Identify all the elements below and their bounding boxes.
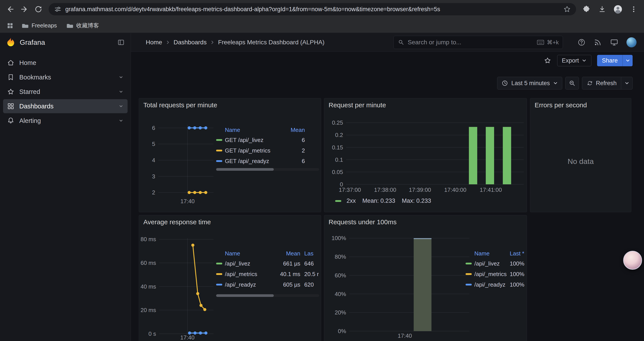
refresh-button[interactable]: Refresh	[582, 77, 621, 89]
legend-header-name[interactable]: Name	[225, 250, 272, 257]
breadcrumb-home[interactable]: Home	[146, 39, 162, 46]
svg-text:0.1: 0.1	[335, 156, 343, 163]
legend-header-last[interactable]: Las	[300, 250, 321, 257]
series-name[interactable]: /api/_metrics	[474, 271, 510, 278]
search-shortcut-keys: ⌘+k	[547, 39, 559, 46]
panel-title[interactable]: Average response time	[139, 215, 321, 229]
chevron-down-icon	[118, 89, 124, 95]
series-name[interactable]: GET /api/_metrics	[225, 147, 290, 154]
browser-profile-button[interactable]	[612, 3, 624, 16]
svg-text:6: 6	[152, 125, 155, 131]
panel-title[interactable]: Request per minute	[324, 98, 527, 112]
browser-toolbar-right	[580, 3, 640, 16]
url-bar[interactable]: grafana.mathmast.com/d/deytv4rwavabkb/fr…	[49, 3, 576, 15]
scrollbar-thumb[interactable]	[216, 294, 274, 297]
bookmark-star-icon[interactable]	[563, 5, 571, 14]
sidebar-header: Grafana	[0, 33, 131, 52]
series-last: 20.5 r	[300, 271, 321, 278]
legend-table: Name Mean Las /api/_livez 661 µs 646 /ap…	[216, 249, 321, 290]
folder-icon	[22, 22, 29, 30]
breadcrumb-dashboards[interactable]: Dashboards	[174, 39, 207, 46]
series-name[interactable]: GET /api/_livez	[225, 137, 290, 144]
legend-row[interactable]: GET /api/_metrics 2	[216, 145, 305, 156]
legend-row[interactable]: /api/_readyz 605 µs 620	[216, 279, 321, 290]
extensions-button[interactable]	[580, 3, 593, 16]
grafana-header: Home Dashboards Freeleaps Metrics Dashbo…	[131, 33, 644, 52]
chevron-down-icon	[118, 74, 124, 80]
panel-average-response-time: Average response time 80 ms60 ms40 ms20 …	[139, 215, 321, 341]
legend-header-mean[interactable]: Mean	[290, 127, 305, 133]
series-name[interactable]: /api/_livez	[225, 260, 272, 267]
line-chart: 80 ms60 ms40 ms20 ms0 s17:40	[141, 235, 215, 341]
legend-row[interactable]: GET /api/_readyz 6	[216, 156, 305, 166]
bookmark-item-blogs[interactable]: 收藏博客	[63, 21, 102, 30]
legend-header-name[interactable]: Name	[225, 127, 290, 133]
arrow-left-icon	[6, 5, 15, 14]
legend-row[interactable]: /api/_livez 661 µs 646	[216, 258, 321, 269]
legend-row[interactable]: /api/_metrics 40.1 ms 20.5 r	[216, 269, 321, 279]
refresh-icon	[586, 80, 593, 87]
legend-row[interactable]: /api/_livez 100%	[466, 258, 524, 269]
sidebar-item-bookmarks[interactable]: Bookmarks	[3, 70, 128, 84]
time-range-picker[interactable]: Last 5 minutes	[497, 77, 562, 90]
site-settings-icon[interactable]	[54, 5, 62, 14]
help-icon[interactable]	[577, 38, 586, 47]
panel-title[interactable]: Errors per second	[530, 98, 631, 112]
rss-icon[interactable]	[594, 38, 602, 47]
grafana-logo[interactable]	[6, 37, 16, 47]
series-name[interactable]: 2xx	[346, 197, 356, 204]
side-panel-button[interactable]	[5, 21, 15, 31]
favorite-star-icon[interactable]	[544, 57, 552, 65]
chevron-right-icon	[210, 40, 215, 45]
zoom-out-button[interactable]	[565, 77, 579, 90]
legend-row[interactable]: /api/_metrics 100%	[466, 269, 524, 279]
svg-text:17:38:00: 17:38:00	[374, 187, 396, 193]
legend-scrollbar	[216, 168, 319, 171]
browser-reload-button[interactable]	[32, 3, 45, 16]
bookmark-item-freeleaps[interactable]: Freeleaps	[18, 21, 60, 30]
sidebar-collapse-button[interactable]	[117, 38, 125, 46]
series-name[interactable]: /api/_readyz	[474, 281, 510, 288]
series-mean: 605 µs	[272, 281, 300, 288]
time-range-label: Last 5 minutes	[512, 80, 550, 87]
search-input[interactable]: Search or jump to... ⌘+k	[394, 36, 563, 49]
bar-chart: 100%80%60%40%20%0%17:40	[326, 233, 470, 341]
series-name[interactable]: /api/_readyz	[225, 281, 272, 288]
monitor-icon[interactable]	[610, 38, 618, 47]
panel-title[interactable]: Total requests per minute	[139, 98, 321, 112]
share-button[interactable]: Share	[597, 55, 622, 66]
share-menu-button[interactable]	[622, 55, 632, 66]
downloads-button[interactable]	[596, 3, 608, 16]
series-color-swatch	[466, 284, 472, 285]
series-name[interactable]: /api/_livez	[474, 260, 510, 267]
scrollbar-thumb[interactable]	[216, 168, 274, 171]
browser-forward-button[interactable]	[18, 3, 31, 16]
legend-series[interactable]: 2xx	[335, 197, 356, 204]
legend-row[interactable]: GET /api/_livez 6	[216, 135, 305, 145]
sidebar-item-home[interactable]: Home	[3, 56, 128, 70]
floating-avatar-button[interactable]	[623, 251, 642, 270]
export-button[interactable]: Export	[557, 55, 592, 66]
refresh-interval-button[interactable]	[621, 77, 632, 89]
search-placeholder: Search or jump to...	[408, 39, 461, 46]
sidebar-item-starred[interactable]: Starred	[3, 85, 128, 99]
puzzle-icon	[582, 5, 591, 14]
browser-menu-button[interactable]	[627, 3, 640, 16]
legend-header-mean[interactable]: Mean	[272, 250, 300, 257]
legend-scrollbar	[216, 294, 319, 297]
user-avatar[interactable]	[626, 37, 636, 47]
screenshot-root: grafana.mathmast.com/d/deytv4rwavabkb/fr…	[0, 0, 644, 341]
legend-header-name[interactable]: Name	[474, 250, 510, 257]
sidebar-item-alerting[interactable]: Alerting	[3, 114, 128, 128]
series-name[interactable]: /api/_metrics	[225, 271, 272, 278]
svg-text:0 s: 0 s	[148, 330, 156, 337]
browser-back-button[interactable]	[4, 3, 17, 16]
series-name[interactable]: GET /api/_readyz	[225, 158, 290, 165]
legend-header-last[interactable]: Last *	[510, 250, 524, 257]
series-color-swatch	[216, 139, 222, 141]
panel-title[interactable]: Requests under 100ms	[324, 215, 527, 229]
svg-text:100%: 100%	[332, 235, 346, 241]
sidebar-item-dashboards[interactable]: Dashboards	[3, 99, 128, 113]
series-last: 646	[300, 260, 321, 267]
legend-row[interactable]: /api/_readyz 100%	[466, 279, 524, 290]
